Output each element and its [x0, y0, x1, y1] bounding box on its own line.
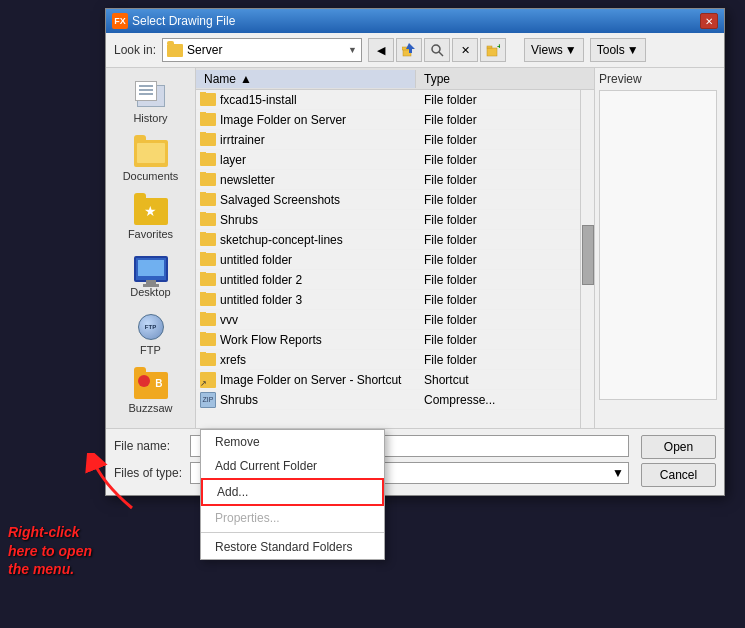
file-name-cell: xrefs [196, 352, 416, 368]
file-name: Shrubs [220, 213, 258, 227]
file-name-cell: Salvaged Screenshots [196, 192, 416, 208]
context-menu-item[interactable]: Remove [201, 430, 384, 454]
sidebar-item-ftp[interactable]: FTP FTP [111, 308, 191, 360]
table-row[interactable]: Image Folder on Server File folder [196, 110, 580, 130]
column-name-header[interactable]: Name ▲ [196, 70, 416, 88]
zip-icon: ZIP [200, 392, 216, 408]
favorites-icon: ★ [133, 196, 169, 226]
views-label: Views [531, 43, 563, 57]
combo-dropdown-arrow: ▼ [348, 45, 357, 55]
scroll-thumb[interactable] [582, 225, 594, 285]
file-name-cell: irrtrainer [196, 132, 416, 148]
sidebar-history-label: History [133, 112, 167, 124]
file-name-cell: newsletter [196, 172, 416, 188]
svg-point-3 [432, 45, 440, 53]
table-row[interactable]: sketchup-concept-lines File folder [196, 230, 580, 250]
file-type-cell: File folder [416, 352, 580, 368]
toolbar-nav-buttons: ◀ ✕ + [368, 38, 506, 62]
preview-label: Preview [599, 72, 720, 86]
svg-rect-6 [487, 46, 492, 48]
context-menu-item[interactable]: Restore Standard Folders [201, 535, 384, 559]
folder-icon [200, 233, 216, 246]
sidebar-item-documents[interactable]: Documents [111, 134, 191, 186]
folder-icon [200, 93, 216, 106]
folder-icon [200, 253, 216, 266]
search-button[interactable] [424, 38, 450, 62]
table-row[interactable]: Shrubs File folder [196, 210, 580, 230]
sidebar-favorites-label: Favorites [128, 228, 173, 240]
shortcut-icon: ↗ [200, 372, 216, 388]
table-row[interactable]: irrtrainer File folder [196, 130, 580, 150]
arrow-annotation: Right-click here to open the menu. [8, 523, 92, 578]
table-row[interactable]: Work Flow Reports File folder [196, 330, 580, 350]
file-type-cell: File folder [416, 312, 580, 328]
file-type-cell: File folder [416, 272, 580, 288]
file-type-cell: File folder [416, 152, 580, 168]
back-button[interactable]: ◀ [368, 38, 394, 62]
sidebar-item-favorites[interactable]: ★ Favorites [111, 192, 191, 244]
delete-button[interactable]: ✕ [452, 38, 478, 62]
table-row[interactable]: vvv File folder [196, 310, 580, 330]
documents-icon [133, 138, 169, 168]
table-row[interactable]: untitled folder 3 File folder [196, 290, 580, 310]
look-in-combo[interactable]: Server ▼ [162, 38, 362, 62]
file-list-header: Name ▲ Type [196, 68, 594, 90]
file-name-cell: untitled folder [196, 252, 416, 268]
col-name-label: Name [204, 72, 236, 86]
file-list-scroll[interactable]: fxcad15-install File folder Image Folder… [196, 90, 580, 428]
context-menu-item[interactable]: Add Current Folder [201, 454, 384, 478]
table-row[interactable]: Salvaged Screenshots File folder [196, 190, 580, 210]
table-row[interactable]: ↗ Image Folder on Server - Shortcut Shor… [196, 370, 580, 390]
folder-icon [200, 313, 216, 326]
sidebar-item-desktop[interactable]: Desktop [111, 250, 191, 302]
col-type-label: Type [424, 72, 450, 86]
annotation-text: Right-click here to open the menu. [8, 523, 92, 578]
file-type-cell: File folder [416, 92, 580, 108]
file-name: Image Folder on Server - Shortcut [220, 373, 401, 387]
sidebar-item-buzzsaw[interactable]: B Buzzsaw [111, 366, 191, 418]
look-in-label: Look in: [114, 43, 156, 57]
file-type-cell: Compresse... [416, 392, 580, 408]
file-name: untitled folder 2 [220, 273, 302, 287]
table-row[interactable]: fxcad15-install File folder [196, 90, 580, 110]
file-name-cell: Work Flow Reports [196, 332, 416, 348]
table-row[interactable]: untitled folder File folder [196, 250, 580, 270]
table-row[interactable]: newsletter File folder [196, 170, 580, 190]
file-name-cell: Image Folder on Server [196, 112, 416, 128]
cancel-button[interactable]: Cancel [641, 463, 716, 487]
context-menu-item[interactable]: Add... [201, 478, 384, 506]
preview-content [599, 90, 717, 400]
new-folder-button[interactable]: + [480, 38, 506, 62]
folder-icon [167, 44, 183, 57]
column-type-header[interactable]: Type [416, 70, 594, 88]
sidebar-item-history[interactable]: History [111, 76, 191, 128]
folder-icon [200, 113, 216, 126]
select-drawing-dialog: FX Select Drawing File ✕ Look in: Server… [105, 8, 725, 496]
up-folder-button[interactable] [396, 38, 422, 62]
file-name-cell: fxcad15-install [196, 92, 416, 108]
table-row[interactable]: xrefs File folder [196, 350, 580, 370]
folder-icon [200, 333, 216, 346]
file-name: untitled folder [220, 253, 292, 267]
file-type-cell: File folder [416, 212, 580, 228]
table-row[interactable]: ZIP Shrubs Compresse... [196, 390, 580, 410]
svg-rect-5 [487, 48, 497, 56]
dialog-title: Select Drawing File [132, 14, 235, 28]
tools-button[interactable]: Tools ▼ [590, 38, 646, 62]
history-icon [133, 80, 169, 110]
file-name: newsletter [220, 173, 275, 187]
open-button[interactable]: Open [641, 435, 716, 459]
table-row[interactable]: untitled folder 2 File folder [196, 270, 580, 290]
sort-arrow: ▲ [240, 72, 252, 86]
folder-icon [200, 353, 216, 366]
folder-icon [200, 213, 216, 226]
action-buttons: Open Cancel [641, 435, 716, 487]
scrollbar[interactable] [580, 90, 594, 428]
file-name-cell: ↗ Image Folder on Server - Shortcut [196, 371, 416, 389]
file-type-cell: File folder [416, 192, 580, 208]
views-button[interactable]: Views ▼ [524, 38, 584, 62]
table-row[interactable]: layer File folder [196, 150, 580, 170]
desktop-icon [133, 254, 169, 284]
file-name-cell: ZIP Shrubs [196, 391, 416, 409]
close-button[interactable]: ✕ [700, 13, 718, 29]
